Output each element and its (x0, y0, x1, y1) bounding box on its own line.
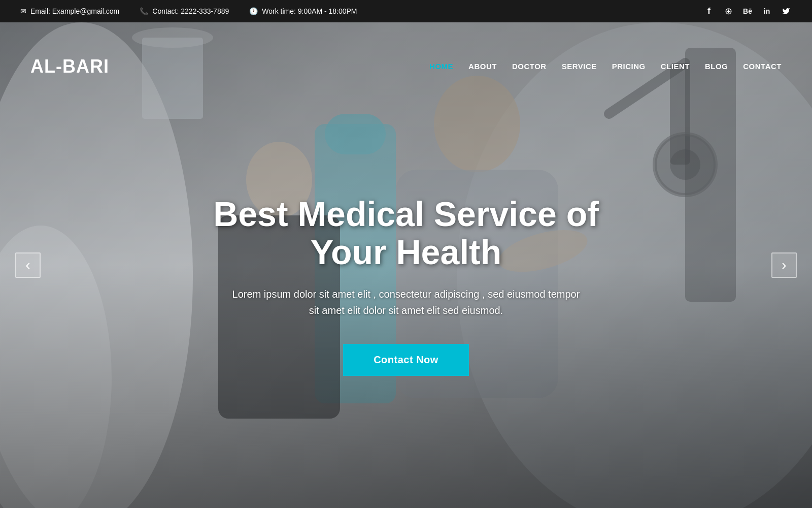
nav-links: HOME ABOUT DOCTOR SERVICE PRICING CLIENT… (429, 62, 782, 71)
chevron-left-icon: ‹ (25, 258, 30, 272)
phone-text: Contact: 2222-333-7889 (152, 7, 229, 15)
twitter-icon[interactable] (781, 6, 792, 17)
social-links: f ⊕ Bē in (703, 6, 792, 17)
nav-item-about[interactable]: ABOUT (468, 62, 497, 71)
nav-link-home[interactable]: HOME (429, 62, 453, 71)
nav-item-contact[interactable]: CONTACT (743, 62, 782, 71)
mail-icon: ✉ (20, 7, 26, 15)
top-bar: ✉ Email: Example@gmail.com 📞 Contact: 22… (0, 0, 812, 22)
nav-link-contact[interactable]: CONTACT (743, 62, 782, 71)
behance-icon[interactable]: Bē (742, 6, 753, 17)
nav-link-about[interactable]: ABOUT (468, 62, 497, 71)
hero-content: Best Medical Service of Your Health Lore… (0, 22, 812, 508)
clock-icon: 🕐 (249, 7, 258, 15)
nav-link-client[interactable]: CLIENT (661, 62, 690, 71)
worktime-info: 🕐 Work time: 9:00AM - 18:00PM (249, 7, 357, 15)
phone-icon: 📞 (140, 7, 148, 15)
nav-link-pricing[interactable]: PRICING (612, 62, 646, 71)
hero-title: Best Medical Service of Your Health (178, 195, 634, 271)
nav-item-pricing[interactable]: PRICING (612, 62, 646, 71)
email-info: ✉ Email: Example@gmail.com (20, 7, 119, 15)
email-text: Email: Example@gmail.com (30, 7, 119, 15)
worktime-text: Work time: 9:00AM - 18:00PM (262, 7, 357, 15)
nav-item-blog[interactable]: BLOG (705, 62, 728, 71)
contact-now-button[interactable]: Contact Now (343, 344, 469, 376)
nav-link-doctor[interactable]: DOCTOR (512, 62, 547, 71)
nav-item-home[interactable]: HOME (429, 62, 453, 71)
top-bar-left: ✉ Email: Example@gmail.com 📞 Contact: 22… (20, 7, 357, 15)
nav-link-blog[interactable]: BLOG (705, 62, 728, 71)
nav-link-service[interactable]: SERVICE (562, 62, 597, 71)
linkedin-icon[interactable]: in (761, 6, 772, 17)
facebook-icon[interactable]: f (703, 6, 715, 17)
chevron-right-icon: › (782, 258, 786, 272)
nav-item-doctor[interactable]: DOCTOR (512, 62, 547, 71)
phone-info: 📞 Contact: 2222-333-7889 (140, 7, 229, 15)
nav-item-client[interactable]: CLIENT (661, 62, 690, 71)
nav-item-service[interactable]: SERVICE (562, 62, 597, 71)
hero-subtitle: Lorem ipsum dolor sit amet elit , consec… (228, 286, 584, 319)
slider-next-button[interactable]: › (771, 252, 797, 278)
hero-section: AL-BARI HOME ABOUT DOCTOR SERVICE PRICIN… (0, 22, 812, 508)
slider-prev-button[interactable]: ‹ (15, 252, 41, 278)
navbar: AL-BARI HOME ABOUT DOCTOR SERVICE PRICIN… (0, 45, 812, 88)
logo[interactable]: AL-BARI (30, 56, 109, 77)
dribbble-icon[interactable]: ⊕ (723, 6, 734, 17)
